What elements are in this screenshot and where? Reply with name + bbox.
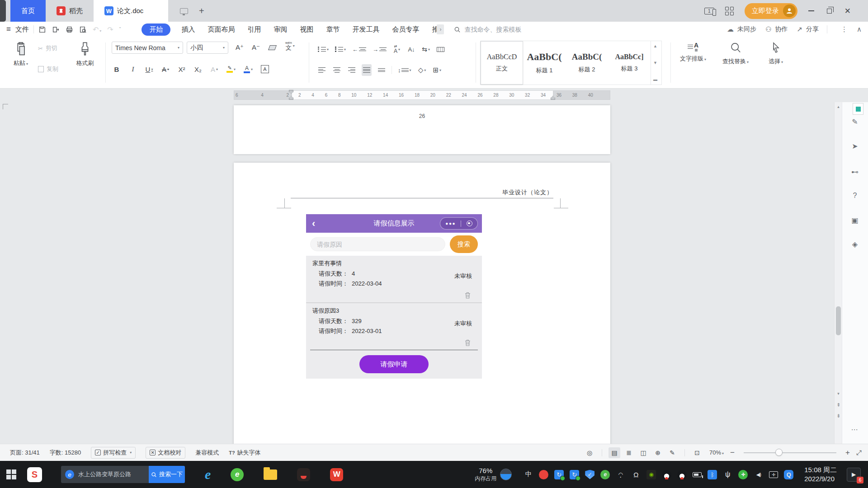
numbered-list-icon[interactable]: ▾ [334, 43, 347, 55]
next-page-icon[interactable]: ⇟ [835, 413, 842, 419]
phonetic-guide-icon[interactable]: wén文▾ [284, 40, 296, 52]
character-scale-icon[interactable]: ⇄A▾ [392, 43, 402, 55]
side-tool-icon[interactable]: ▣ [842, 216, 868, 225]
close-button[interactable]: ✕ [844, 7, 851, 15]
memory-gauge-icon[interactable] [500, 469, 512, 480]
font-color-button[interactable]: A▾ [243, 63, 254, 75]
ribbon-tab[interactable]: 开发工具 [352, 23, 379, 36]
volume-icon[interactable]: ◀) [754, 470, 763, 479]
scroll-down-icon[interactable]: ▾ [835, 391, 842, 396]
vertical-scrollbar[interactable]: ▴ ▾ ⇞ ⇟ [834, 102, 842, 444]
side-tool-icon[interactable]: ✎ [842, 117, 868, 126]
missing-font-button[interactable]: T? 缺失字体 [229, 449, 260, 457]
login-button[interactable]: 立即登录 [745, 3, 797, 19]
compat-mode-label[interactable]: 兼容模式 [195, 449, 219, 457]
tab-preview-icon[interactable] [180, 8, 188, 14]
paste-button[interactable]: 粘贴▾ [8, 42, 33, 67]
sogou-icon[interactable]: S [27, 467, 42, 482]
outline-view-icon[interactable]: ≣ [623, 447, 635, 458]
minimize-button[interactable] [808, 10, 814, 11]
fit-page-icon[interactable]: ⊡ [691, 447, 703, 458]
sort-icon[interactable]: A↓ [406, 43, 416, 55]
sync-ok-icon[interactable]: ↻ [554, 470, 564, 479]
font-name-select[interactable]: Times New Roma▾ [112, 42, 183, 54]
bullet-list-icon[interactable]: ▾ [317, 43, 330, 55]
nvidia-icon[interactable]: ◉ [646, 470, 656, 479]
qq-icon[interactable] [662, 470, 671, 479]
scrollbar-thumb[interactable] [836, 306, 841, 335]
gallery-down-icon[interactable]: ▼ [653, 61, 657, 65]
page-view-icon[interactable]: ▤ [609, 447, 620, 458]
zoom-in-button[interactable]: + [845, 448, 850, 457]
style-preset[interactable]: AaBbCcD 正文 [481, 41, 523, 84]
display-switch-icon[interactable]: ✛ [769, 471, 778, 478]
ribbon-tab[interactable]: 引用 [247, 23, 261, 36]
side-tool-icon[interactable]: ⊷ [842, 168, 868, 176]
collaborate-button[interactable]: 协作 [775, 25, 788, 33]
superscript-button[interactable]: X² [177, 63, 187, 75]
ribbon-tab[interactable]: 插入 [181, 23, 195, 36]
zoom-out-button[interactable]: − [730, 448, 735, 457]
browser-tray-icon[interactable]: e [600, 470, 610, 479]
read-mode-icon[interactable]: ◫ [637, 447, 649, 458]
font-size-select[interactable]: 小四▾ [187, 42, 228, 54]
export-icon[interactable] [52, 26, 60, 33]
increase-font-icon[interactable]: A⁺ [235, 42, 245, 53]
ribbon-tab[interactable]: 开始 [142, 23, 170, 36]
strikethrough-button[interactable]: A▾ [160, 63, 170, 75]
start-button[interactable] [6, 469, 16, 479]
gallery-up-icon[interactable]: ▲ [653, 44, 657, 48]
cut-button[interactable]: ✂ 剪切 [38, 44, 57, 52]
tab-home[interactable]: 首页 [10, 0, 46, 22]
hamburger-menu-icon[interactable]: ≡ [6, 25, 11, 34]
side-toolbar-more-icon[interactable]: ⋯ [842, 426, 868, 434]
notification-bell-icon[interactable]: Ω [631, 470, 641, 479]
file-explorer-icon[interactable] [264, 469, 277, 480]
qq-icon[interactable] [677, 470, 687, 479]
input-method-icon[interactable]: 中 [524, 470, 533, 479]
redo-icon[interactable]: ↷ [107, 25, 113, 34]
apps-grid-icon[interactable] [725, 7, 734, 15]
increase-indent-icon[interactable]: → [372, 43, 387, 55]
side-tool-icon[interactable]: ? [842, 192, 868, 200]
zoom-level[interactable]: 70%▾ [709, 449, 724, 456]
tab-ruler-icon[interactable] [435, 43, 445, 55]
clear-format-icon[interactable] [267, 42, 277, 53]
distribute-icon[interactable] [377, 64, 387, 76]
subscript-button[interactable]: X₂ [193, 63, 203, 75]
undo-icon[interactable]: ↶▾ [93, 25, 101, 34]
ink-mode-icon[interactable]: ✎ [666, 447, 678, 458]
notification-tray-icon[interactable]: ▶ 6 [847, 468, 861, 482]
ribbon-tab[interactable]: 视图 [300, 23, 313, 36]
wps-office-icon[interactable]: W [330, 468, 343, 481]
usb-icon[interactable]: ψ [723, 470, 732, 479]
antivirus-icon[interactable]: ✚ [738, 470, 748, 479]
security-shield-icon[interactable]: ✓ [585, 470, 594, 479]
web-view-icon[interactable]: ⊕ [652, 447, 664, 458]
gallery-more-icon[interactable]: ▬ [653, 77, 657, 82]
bluetooth-icon[interactable]: ᛒ [708, 470, 717, 479]
more-options-icon[interactable]: ⋮ [841, 25, 848, 33]
restore-button[interactable] [827, 9, 832, 14]
shading-icon[interactable]: ◇▾ [417, 64, 427, 76]
side-tool-icon[interactable]: ➤ [842, 142, 868, 150]
document-area[interactable]: 26 毕业设计（论文） ‹ 请假信息展示 ●●● 搜索 家里有事情 [0, 102, 868, 444]
battery-icon[interactable] [693, 472, 702, 477]
share-button[interactable]: 分享 [806, 25, 819, 33]
save-icon[interactable] [38, 26, 46, 33]
print-preview-icon[interactable] [79, 26, 87, 33]
collapse-ribbon-icon[interactable]: ∧ [857, 25, 862, 33]
new-tab-button[interactable]: + [199, 6, 204, 16]
character-border-icon[interactable]: A [260, 63, 270, 75]
sync-status[interactable]: 未同步 [737, 25, 756, 33]
ribbon-tab[interactable]: 审阅 [274, 23, 287, 36]
align-right-icon[interactable] [347, 64, 357, 76]
typeset-button[interactable]: A 文字排版▾ [676, 42, 710, 63]
network-signal-icon[interactable]: ◠ [616, 470, 625, 479]
find-replace-button[interactable]: 查找替换▾ [719, 42, 752, 66]
tabs-overflow-icon[interactable]: › [437, 24, 444, 34]
red-app-tray-icon[interactable] [539, 470, 548, 479]
style-preset[interactable]: AaBbC( 标题 1 [523, 41, 566, 84]
highlight-color-button[interactable]: ✎▾ [226, 63, 236, 75]
ie-browser-icon[interactable]: e [205, 467, 211, 482]
